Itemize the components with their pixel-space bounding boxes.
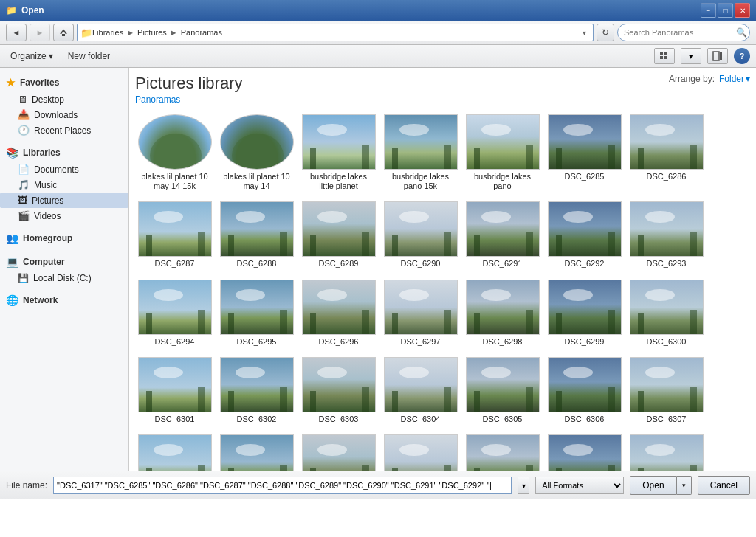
thumbnail-item[interactable]: DSC_6312 [463, 431, 542, 471]
refresh-button[interactable]: ↻ [597, 24, 614, 41]
homegroup-header[interactable]: 👥 Homegroup [0, 229, 128, 247]
open-dropdown-button[interactable]: ▾ [677, 476, 692, 495]
arrange-arrow: ▾ [746, 74, 750, 84]
content-subtitle[interactable]: Panoramas [135, 94, 242, 105]
sidebar-item-pictures[interactable]: 🖼 Pictures [0, 193, 128, 208]
videos-icon: 🎬 [18, 210, 30, 221]
libraries-section: 📚 Libraries 📄 Documents 🎵 Music 🖼 Pictur… [0, 144, 128, 224]
thumbnail-item[interactable]: DSC_6304 [381, 353, 460, 428]
thumbnail-item[interactable]: DSC_6302 [217, 353, 296, 428]
thumbnail-item[interactable]: DSC_6298 [463, 276, 542, 350]
thumbnail-label: DSC_6287 [155, 259, 195, 268]
help-button[interactable]: ? [734, 48, 750, 64]
computer-header[interactable]: 💻 Computer [0, 253, 128, 271]
videos-label: Videos [34, 211, 61, 221]
thumbnail-item[interactable]: DSC_6309 [217, 431, 296, 471]
thumbnail-item[interactable]: DSC_6287 [135, 198, 214, 272]
thumbnail-item[interactable]: DSC_6303 [299, 353, 378, 428]
svg-point-68 [154, 367, 183, 378]
thumbnail-item[interactable]: DSC_6286 [627, 111, 706, 195]
svg-rect-13 [444, 145, 451, 170]
thumbnail-item[interactable]: DSC_6293 [627, 198, 706, 272]
sidebar-item-videos[interactable]: 🎬 Videos [0, 208, 128, 224]
filename-input[interactable] [53, 477, 512, 494]
address-dropdown-button[interactable]: ▾ [578, 24, 590, 41]
organize-button[interactable]: Organize ▾ [6, 49, 58, 63]
thumbnail-item[interactable]: busbridge lakes pano 15k [381, 111, 460, 195]
cancel-button[interactable]: Cancel [698, 476, 750, 495]
thumbnail-item[interactable]: DSC_6313 [545, 431, 624, 471]
network-header[interactable]: 🌐 Network [0, 291, 128, 309]
search-button[interactable]: 🔍 [736, 27, 747, 38]
favorites-header[interactable]: ★ Favorites [0, 74, 128, 91]
thumbnail-item[interactable]: DSC_6290 [381, 198, 460, 272]
thumbnail-item[interactable]: DSC_6311 [381, 431, 460, 471]
svg-point-8 [232, 134, 284, 170]
sidebar-item-desktop[interactable]: 🖥 Desktop [0, 91, 128, 107]
thumbnail-item[interactable]: DSC_6306 [545, 353, 624, 428]
thumbnail-label: DSC_6297 [401, 337, 441, 347]
address-part-pictures: Pictures [137, 28, 167, 37]
thumbnail-image [138, 114, 212, 170]
minimize-button[interactable]: − [701, 3, 716, 18]
thumbnail-item[interactable]: DSC_6295 [217, 276, 296, 350]
close-button[interactable]: ✕ [735, 3, 750, 18]
format-select[interactable]: All FormatsJPEGPNGBMPGIFTIFF [535, 477, 624, 494]
search-input[interactable] [617, 24, 750, 41]
preview-pane-button[interactable] [707, 48, 728, 64]
thumbnail-item[interactable]: DSC_6299 [545, 276, 624, 350]
libraries-header[interactable]: 📚 Libraries [0, 144, 128, 162]
thumbnail-item[interactable]: DSC_6285 [545, 111, 624, 195]
thumbnail-item[interactable]: DSC_6292 [545, 198, 624, 272]
svg-point-71 [236, 367, 265, 378]
sidebar-item-music[interactable]: 🎵 Music [0, 177, 128, 193]
thumbnail-image [548, 201, 622, 257]
thumbnail-image [302, 114, 376, 170]
thumbnail-item[interactable]: blakes lil planet 10 may 14 [217, 111, 296, 195]
organize-toolbar: Organize ▾ New folder ▾ ? [0, 45, 756, 68]
thumbnail-item[interactable]: blakes lil planet 10 may 14 15k [135, 111, 214, 195]
view-mode-button[interactable] [654, 48, 675, 64]
thumbnail-item[interactable]: DSC_6294 [135, 276, 214, 350]
address-part-libraries: Libraries [92, 28, 123, 37]
arrange-button[interactable]: Folder ▾ [719, 74, 750, 84]
maximize-button[interactable]: □ [718, 3, 733, 18]
forward-button[interactable]: ► [30, 24, 50, 41]
thumbnail-item[interactable]: DSC_6301 [135, 353, 214, 428]
up-button[interactable] [53, 24, 74, 41]
filename-dropdown-button[interactable]: ▾ [518, 477, 529, 494]
thumbnail-item[interactable]: DSC_6308 [135, 431, 214, 471]
sidebar-item-documents[interactable]: 📄 Documents [0, 162, 128, 177]
sidebar-item-recent-places[interactable]: 🕐 Recent Places [0, 122, 128, 138]
thumbnail-item[interactable]: DSC_6305 [463, 353, 542, 428]
svg-rect-0 [62, 34, 65, 36]
thumbnail-item[interactable]: busbridge lakes pano [463, 111, 542, 195]
computer-label: Computer [23, 257, 65, 267]
thumbnail-item[interactable]: DSC_6296 [299, 276, 378, 350]
thumbnail-item[interactable]: DSC_6288 [217, 198, 296, 272]
thumbnail-item[interactable]: DSC_6289 [299, 198, 378, 272]
thumbnail-label: blakes lil planet 10 may 14 15k [139, 172, 210, 191]
thumbnail-item[interactable]: DSC_6310 [299, 431, 378, 471]
address-bar[interactable]: 📁 Libraries ► Pictures ► Panoramas ▾ [77, 24, 594, 41]
sidebar-item-local-disk[interactable]: 💾 Local Disk (C:) [0, 271, 128, 285]
thumbnail-item[interactable]: DSC_6314 [627, 431, 706, 471]
favorites-star-icon: ★ [6, 77, 16, 89]
back-button[interactable]: ◄ [6, 24, 27, 41]
view-dropdown-button[interactable]: ▾ [681, 48, 701, 64]
thumbnail-item[interactable]: DSC_6307 [627, 353, 706, 428]
svg-rect-79 [526, 387, 533, 412]
thumbnail-item[interactable]: busbridge lakes little planet [299, 111, 378, 195]
open-button[interactable]: Open [630, 476, 676, 495]
open-button-group: Open ▾ [630, 476, 691, 495]
sidebar-item-downloads[interactable]: 📥 Downloads [0, 107, 128, 122]
svg-rect-93 [310, 468, 316, 471]
thumbnail-item[interactable]: DSC_6297 [381, 276, 460, 350]
recent-places-icon: 🕐 [18, 125, 30, 136]
svg-point-7 [150, 134, 202, 170]
new-folder-button[interactable]: New folder [63, 49, 114, 63]
bottom-bar: File name: ▾ All FormatsJPEGPNGBMPGIFTIF… [0, 471, 756, 499]
thumbnail-item[interactable]: DSC_6300 [627, 276, 706, 350]
thumbnail-item[interactable]: DSC_6291 [463, 198, 542, 272]
svg-rect-40 [608, 232, 615, 257]
